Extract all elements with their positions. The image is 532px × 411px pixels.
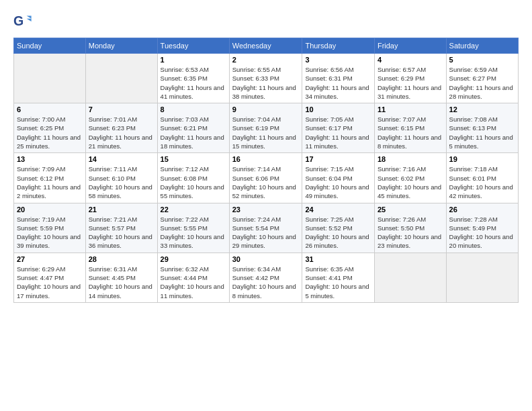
day-info: Sunrise: 7:12 AMSunset: 6:08 PMDaylight:… <box>161 165 226 200</box>
day-info: Sunrise: 6:56 AMSunset: 6:31 PMDaylight:… <box>305 65 371 101</box>
calendar-cell: 19Sunrise: 7:18 AMSunset: 6:01 PMDayligh… <box>446 153 518 203</box>
weekday-header: Sunday <box>14 38 86 54</box>
day-number: 16 <box>232 155 300 163</box>
calendar-week: 1Sunrise: 6:53 AMSunset: 6:35 PMDaylight… <box>14 54 519 103</box>
day-number: 19 <box>449 155 515 163</box>
day-info: Sunrise: 6:55 AMSunset: 6:33 PMDaylight:… <box>232 65 300 101</box>
day-number: 8 <box>161 105 226 113</box>
day-info: Sunrise: 6:35 AMSunset: 4:41 PMDaylight:… <box>305 265 371 300</box>
calendar-cell: 17Sunrise: 7:15 AMSunset: 6:04 PMDayligh… <box>302 153 375 203</box>
day-number: 25 <box>378 205 443 214</box>
calendar-cell: 18Sunrise: 7:16 AMSunset: 6:02 PMDayligh… <box>374 153 446 203</box>
calendar-cell: 11Sunrise: 7:07 AMSunset: 6:15 PMDayligh… <box>374 103 446 153</box>
day-number: 2 <box>232 56 300 64</box>
calendar-cell: 14Sunrise: 7:11 AMSunset: 6:10 PMDayligh… <box>85 153 157 203</box>
day-info: Sunrise: 7:21 AMSunset: 5:57 PMDaylight:… <box>89 215 154 250</box>
day-info: Sunrise: 7:04 AMSunset: 6:19 PMDaylight:… <box>232 115 300 150</box>
calendar-cell: 9Sunrise: 7:04 AMSunset: 6:19 PMDaylight… <box>229 103 302 153</box>
calendar-body: 1Sunrise: 6:53 AMSunset: 6:35 PMDaylight… <box>14 54 519 303</box>
day-info: Sunrise: 7:09 AMSunset: 6:12 PMDaylight:… <box>17 165 83 200</box>
calendar-header: SundayMondayTuesdayWednesdayThursdayFrid… <box>14 38 519 54</box>
day-number: 21 <box>89 205 154 214</box>
calendar-page: G SundayMondayTuesdayWednesdayThursdayFr… <box>0 0 532 310</box>
calendar-cell: 28Sunrise: 6:31 AMSunset: 4:45 PMDayligh… <box>85 253 157 302</box>
calendar-cell <box>14 54 86 103</box>
weekday-header: Friday <box>374 38 446 54</box>
day-number: 5 <box>449 56 515 64</box>
calendar-cell: 16Sunrise: 7:14 AMSunset: 6:06 PMDayligh… <box>229 153 302 203</box>
logo: G <box>13 12 34 31</box>
day-number: 18 <box>378 155 443 163</box>
calendar-cell: 31Sunrise: 6:35 AMSunset: 4:41 PMDayligh… <box>302 253 375 302</box>
day-info: Sunrise: 7:26 AMSunset: 5:50 PMDaylight:… <box>378 215 443 250</box>
calendar-cell: 22Sunrise: 7:22 AMSunset: 5:55 PMDayligh… <box>157 203 229 253</box>
day-info: Sunrise: 6:34 AMSunset: 4:42 PMDaylight:… <box>232 265 300 300</box>
day-info: Sunrise: 6:32 AMSunset: 4:44 PMDaylight:… <box>161 265 226 300</box>
day-number: 29 <box>161 255 226 263</box>
calendar-cell: 27Sunrise: 6:29 AMSunset: 4:47 PMDayligh… <box>14 253 86 302</box>
calendar-cell: 24Sunrise: 7:25 AMSunset: 5:52 PMDayligh… <box>302 203 375 253</box>
day-number: 10 <box>305 105 371 113</box>
weekday-header: Wednesday <box>229 38 302 54</box>
weekday-header: Thursday <box>302 38 375 54</box>
day-info: Sunrise: 6:57 AMSunset: 6:29 PMDaylight:… <box>378 65 443 101</box>
calendar-cell <box>446 253 518 302</box>
day-number: 20 <box>17 205 83 214</box>
calendar-week: 20Sunrise: 7:19 AMSunset: 5:59 PMDayligh… <box>14 203 519 253</box>
calendar-cell: 30Sunrise: 6:34 AMSunset: 4:42 PMDayligh… <box>229 253 302 302</box>
calendar-cell: 3Sunrise: 6:56 AMSunset: 6:31 PMDaylight… <box>302 54 375 103</box>
calendar-cell: 12Sunrise: 7:08 AMSunset: 6:13 PMDayligh… <box>446 103 518 153</box>
calendar-cell: 7Sunrise: 7:01 AMSunset: 6:23 PMDaylight… <box>85 103 157 153</box>
calendar-week: 13Sunrise: 7:09 AMSunset: 6:12 PMDayligh… <box>14 153 519 203</box>
day-info: Sunrise: 7:14 AMSunset: 6:06 PMDaylight:… <box>232 165 300 200</box>
day-info: Sunrise: 7:05 AMSunset: 6:17 PMDaylight:… <box>305 115 371 150</box>
calendar-cell: 20Sunrise: 7:19 AMSunset: 5:59 PMDayligh… <box>14 203 86 253</box>
day-number: 31 <box>305 255 371 263</box>
day-number: 17 <box>305 155 371 163</box>
day-info: Sunrise: 7:25 AMSunset: 5:52 PMDaylight:… <box>305 215 371 250</box>
logo-icon: G <box>13 12 32 31</box>
weekday-header: Tuesday <box>157 38 229 54</box>
calendar-cell: 10Sunrise: 7:05 AMSunset: 6:17 PMDayligh… <box>302 103 375 153</box>
weekday-header: Saturday <box>446 38 518 54</box>
day-number: 9 <box>232 105 300 113</box>
day-number: 14 <box>89 155 154 163</box>
calendar-cell: 26Sunrise: 7:28 AMSunset: 5:49 PMDayligh… <box>446 203 518 253</box>
svg-text:G: G <box>13 13 24 28</box>
day-number: 15 <box>161 155 226 163</box>
day-info: Sunrise: 7:07 AMSunset: 6:15 PMDaylight:… <box>378 115 443 150</box>
calendar-cell <box>374 253 446 302</box>
day-number: 6 <box>17 105 83 113</box>
day-number: 26 <box>449 205 515 214</box>
weekday-row: SundayMondayTuesdayWednesdayThursdayFrid… <box>14 38 519 54</box>
calendar-cell: 29Sunrise: 6:32 AMSunset: 4:44 PMDayligh… <box>157 253 229 302</box>
page-header: G <box>13 12 519 31</box>
day-info: Sunrise: 7:22 AMSunset: 5:55 PMDaylight:… <box>161 215 226 250</box>
day-info: Sunrise: 7:15 AMSunset: 6:04 PMDaylight:… <box>305 165 371 200</box>
day-info: Sunrise: 6:59 AMSunset: 6:27 PMDaylight:… <box>449 65 515 101</box>
calendar-cell: 8Sunrise: 7:03 AMSunset: 6:21 PMDaylight… <box>157 103 229 153</box>
day-info: Sunrise: 6:29 AMSunset: 4:47 PMDaylight:… <box>17 265 83 300</box>
day-info: Sunrise: 7:01 AMSunset: 6:23 PMDaylight:… <box>89 115 154 150</box>
calendar-cell: 25Sunrise: 7:26 AMSunset: 5:50 PMDayligh… <box>374 203 446 253</box>
calendar-cell: 1Sunrise: 6:53 AMSunset: 6:35 PMDaylight… <box>157 54 229 103</box>
calendar-cell: 2Sunrise: 6:55 AMSunset: 6:33 PMDaylight… <box>229 54 302 103</box>
day-number: 3 <box>305 56 371 64</box>
calendar-week: 6Sunrise: 7:00 AMSunset: 6:25 PMDaylight… <box>14 103 519 153</box>
day-info: Sunrise: 7:18 AMSunset: 6:01 PMDaylight:… <box>449 165 515 200</box>
day-number: 1 <box>161 56 226 64</box>
day-number: 24 <box>305 205 371 214</box>
calendar-cell: 21Sunrise: 7:21 AMSunset: 5:57 PMDayligh… <box>85 203 157 253</box>
day-info: Sunrise: 6:31 AMSunset: 4:45 PMDaylight:… <box>89 265 154 300</box>
day-info: Sunrise: 7:11 AMSunset: 6:10 PMDaylight:… <box>89 165 154 200</box>
day-number: 23 <box>232 205 300 214</box>
weekday-header: Monday <box>85 38 157 54</box>
day-info: Sunrise: 6:53 AMSunset: 6:35 PMDaylight:… <box>161 65 226 101</box>
day-info: Sunrise: 7:24 AMSunset: 5:54 PMDaylight:… <box>232 215 300 250</box>
calendar-cell <box>85 54 157 103</box>
day-info: Sunrise: 7:16 AMSunset: 6:02 PMDaylight:… <box>378 165 443 200</box>
calendar-cell: 4Sunrise: 6:57 AMSunset: 6:29 PMDaylight… <box>374 54 446 103</box>
day-number: 27 <box>17 255 83 263</box>
day-number: 11 <box>378 105 443 113</box>
calendar-cell: 5Sunrise: 6:59 AMSunset: 6:27 PMDaylight… <box>446 54 518 103</box>
